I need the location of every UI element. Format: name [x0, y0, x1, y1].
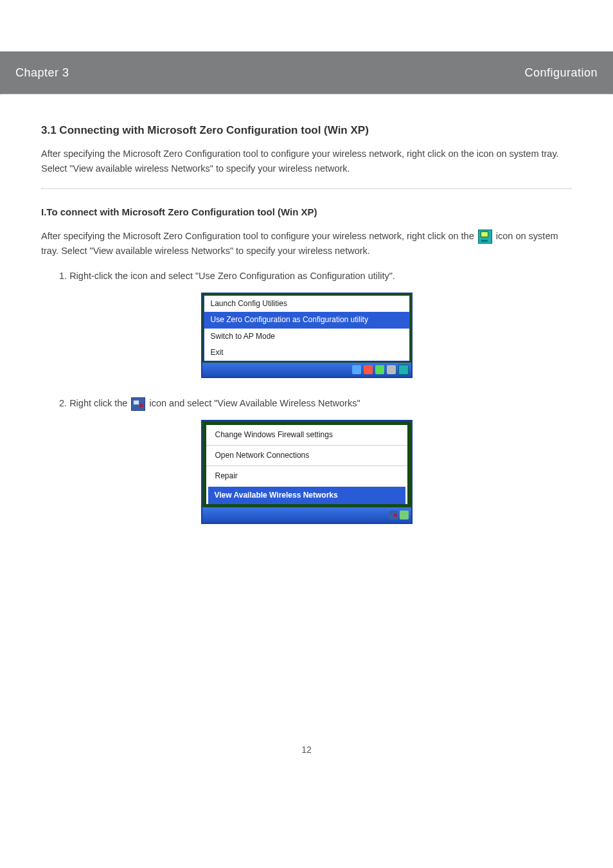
taskbar-2 — [202, 507, 411, 523]
chapter-title: Configuration — [524, 66, 598, 80]
paragraph-2: After specifying the Microsoft Zero Conf… — [41, 229, 572, 258]
section-divider — [41, 188, 572, 189]
tray-icon-wireless[interactable] — [389, 511, 398, 520]
section-heading: 3.1 Connecting with Microsoft Zero Confi… — [41, 122, 572, 139]
screenshot-context-menu-1: Launch Config Utilities Use Zero Configu… — [201, 293, 413, 378]
intro-paragraph: After specifying the Microsoft Zero Conf… — [41, 147, 572, 176]
chapter-header-bar: Chapter 3 Configuration — [0, 51, 613, 94]
tray-icon-generic[interactable] — [364, 365, 373, 374]
tray-icon-generic[interactable] — [387, 365, 396, 374]
config-tray-icon — [478, 230, 492, 244]
tray-icon-generic[interactable] — [375, 365, 384, 374]
page-number: 12 — [41, 743, 572, 757]
menu-item-switch-ap-mode[interactable]: Switch to AP Mode — [204, 329, 409, 345]
menu-item-exit[interactable]: Exit — [204, 345, 409, 361]
menu-item-launch-config[interactable]: Launch Config Utilities — [204, 296, 409, 312]
tray-icon-config-utility[interactable] — [398, 365, 409, 375]
menu-item-repair[interactable]: Repair — [206, 466, 407, 486]
step-1: 1. Right-click the icon and select "Use … — [59, 269, 572, 284]
context-menu-1: Launch Config Utilities Use Zero Configu… — [204, 295, 410, 361]
screenshot-context-menu-2: Change Windows Firewall settings Open Ne… — [201, 420, 413, 524]
menu-item-open-network-connections[interactable]: Open Network Connections — [206, 446, 407, 466]
menu-item-view-wireless-networks[interactable]: View Available Wireless Networks — [208, 487, 405, 504]
menu-item-change-firewall[interactable]: Change Windows Firewall settings — [206, 425, 407, 446]
menu-item-use-zero-config[interactable]: Use Zero Configuration as Configuration … — [204, 312, 409, 328]
chapter-label: Chapter 3 — [15, 66, 69, 80]
context-menu-2: Change Windows Firewall settings Open Ne… — [206, 425, 407, 504]
wireless-tray-icon — [131, 397, 145, 411]
page-content: 3.1 Connecting with Microsoft Zero Confi… — [0, 95, 613, 757]
tray-icon-generic[interactable] — [352, 365, 361, 374]
taskbar-1 — [202, 363, 411, 377]
tray-icon-generic[interactable] — [400, 511, 409, 520]
step-2: 2. Right click the icon and select "View… — [59, 396, 572, 411]
subsection-heading: I.To connect with Microsoft Zero Configu… — [41, 204, 572, 220]
